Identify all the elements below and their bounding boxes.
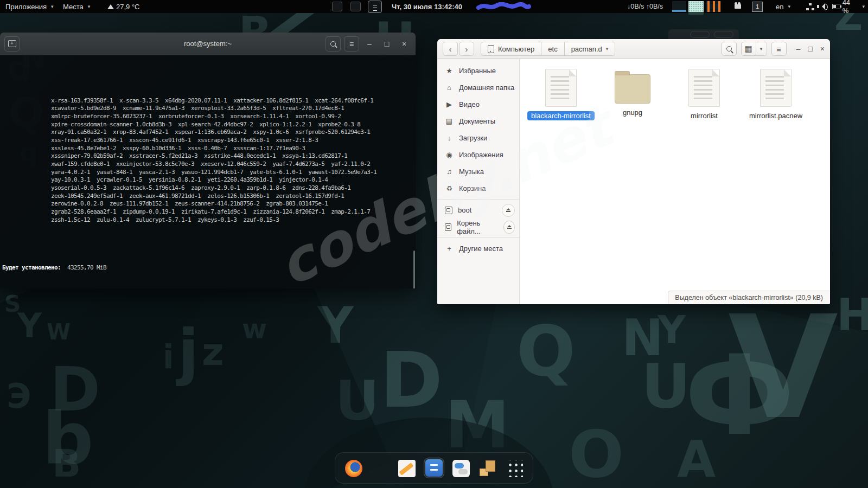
file-item[interactable]: mirrorlist [668,68,740,120]
package-manager[interactable] [478,459,497,478]
images-icon: ◉ [445,151,454,159]
dock [335,452,533,484]
net-speed-indicator[interactable]: ↓0B/s ↑0B/s [624,0,666,13]
file-item[interactable]: blackarch-mirrorlist [525,68,597,120]
battery-indicator[interactable]: 44 % ▾ [829,0,868,13]
back-button[interactable]: ‹ [443,42,458,56]
top-panel: Приложения ▾ Места ▾ 27,9 °C Чт, 30 июля… [0,0,868,13]
window-thumbnail-files-active[interactable] [368,1,382,13]
settings [452,460,470,477]
breadcrumb-current[interactable]: pacman.d ▾ [565,42,616,56]
sidebar-device-item[interactable]: Корень файл... [437,219,519,235]
trash-icon: ♻ [445,184,454,192]
sidebar-item[interactable]: ◉ Изображения [437,146,519,163]
file-icon [615,74,650,104]
system-monitor-net-graph[interactable] [706,1,721,12]
search-icon [726,46,732,52]
sidebar-item[interactable]: ♻ Корзина [437,180,519,197]
terminal-line: xray-91.ca50a32-1 xrop-83.4af7452-1 xspe… [2,129,413,137]
volume-indicator[interactable] [814,0,830,13]
terminal-line: xsssniper-79.02b59af-2 xsstracer-5.f2ed2… [2,152,413,160]
file-name-label: mirrorlist.pacnew [745,111,806,120]
firefox[interactable] [344,459,363,478]
network-icon [806,3,814,10]
firefox [345,460,362,477]
maximize-button[interactable]: □ [380,37,394,51]
terminal[interactable] [371,459,390,478]
file-manager-headerbar[interactable]: ‹ › Компьютер etc pacman.d ▾ [437,39,830,59]
sidebar-item[interactable]: ▤ Документы [437,113,519,130]
sidebar-device-item[interactable]: boot [437,202,519,219]
minimize-button[interactable]: – [362,37,376,51]
breadcrumb-etc[interactable]: etc [541,42,564,56]
plus-icon: + [445,245,454,253]
sidebar-item[interactable]: ▶ Видео [437,96,519,113]
terminal-menu-button[interactable]: ≡ [344,36,359,52]
close-button[interactable]: × [820,44,825,53]
disk-icon [445,207,452,214]
clock[interactable]: Чт, 30 июля 13:42:40 [388,0,465,13]
text-editor[interactable] [397,459,417,478]
desktop: Z R H N d x Q q P S Y W Э D b j [0,0,868,488]
close-button[interactable]: × [397,37,411,51]
window-thumbnail-terminal[interactable] [350,2,361,11]
sidebar-item[interactable]: ♫ Музыка [437,163,519,180]
weather-indicator[interactable]: 27,9 °C [104,0,143,13]
censored-scribble [475,2,532,11]
sidebar-item[interactable]: ⌂ Домашняя папка [437,79,519,96]
sidebar-item-label: Корзина [459,184,486,192]
files[interactable] [424,458,444,478]
files [425,459,443,477]
sidebar-item[interactable]: ★ Избранные [437,62,519,79]
window-thumbnail-terminal[interactable] [332,2,342,11]
settings[interactable] [451,459,471,478]
screen-record-indicator[interactable] [731,0,744,13]
terminal-titlebar[interactable]: + root@system:~ ≡ – □ × [0,33,416,55]
terminal-line: xcavator-5.bd9e2d8-9 xcname-11.9c475a1-3… [2,105,413,113]
new-tab-icon: + [8,40,16,47]
wallpaper-letter: D [380,343,443,419]
applications-menu[interactable]: Приложения ▾ [2,0,57,13]
chevron-down-icon: ▾ [862,4,865,9]
file-icon [545,69,577,107]
file-item[interactable]: gnupg [597,68,668,120]
eject-button[interactable] [502,204,515,217]
document-icon: ▤ [445,117,454,125]
home-icon: ⌂ [445,84,454,92]
view-mode-button[interactable]: ▦ [741,42,756,56]
minimize-button[interactable]: – [796,44,801,53]
sidebar-item-label: Изображения [459,151,503,159]
chevron-down-icon: ▾ [788,4,790,9]
terminal-output[interactable]: x-rsa-163.f39358f-1 x-scan-3.3-5 x64dbg-… [0,55,416,288]
view-options-button[interactable]: ▾ [756,42,767,56]
new-tab-button[interactable]: + [4,36,20,52]
terminal-line: zssh-1.5c-12 zulu-0.1-4 zulucrypt-5.7.1-… [2,216,413,224]
breadcrumb: Компьютер etc pacman.d ▾ [481,42,615,56]
workspace-indicator[interactable]: 1 [749,0,766,13]
system-monitor-memory-graph[interactable] [688,1,704,15]
terminal-search-button[interactable] [326,36,341,52]
files-search-button[interactable] [722,42,737,56]
sidebar-item-label: Другие места [459,245,503,253]
background-window[interactable] [668,29,739,40]
files-menu-button[interactable]: ≡ [771,42,787,56]
sidebar-separator [437,199,519,200]
breadcrumb-computer[interactable]: Компьютер [481,42,541,56]
terminal-line: xssless-45.8e7ebe1-2 xsspy-60.b10d336-1 … [2,145,413,153]
file-item[interactable]: mirrorlist.pacnew [740,68,812,120]
places-menu[interactable]: Места ▾ [60,0,93,13]
system-monitor-cpu-graph[interactable] [672,1,686,12]
sidebar-item[interactable]: ↓ Загрузки [437,130,519,146]
resize-line: Изменение размера:40988,51 MiB [2,288,413,288]
files-content-area[interactable]: blackarch-mirrorlist gnupg mirrorlist [520,59,830,304]
keyboard-layout-menu[interactable]: en ▾ [773,0,794,13]
disk-icon [445,223,451,231]
app-grid[interactable] [505,459,524,478]
eject-button[interactable] [503,221,515,234]
text-editor [398,460,416,477]
terminal-scrollbar[interactable] [413,251,415,288]
forward-button[interactable]: › [459,42,474,56]
sidebar-item-other-places[interactable]: + Другие места [437,240,519,257]
terminal-window: + root@system:~ ≡ – □ × x-rsa-163.f39358… [0,33,416,288]
maximize-button[interactable]: □ [808,44,812,53]
